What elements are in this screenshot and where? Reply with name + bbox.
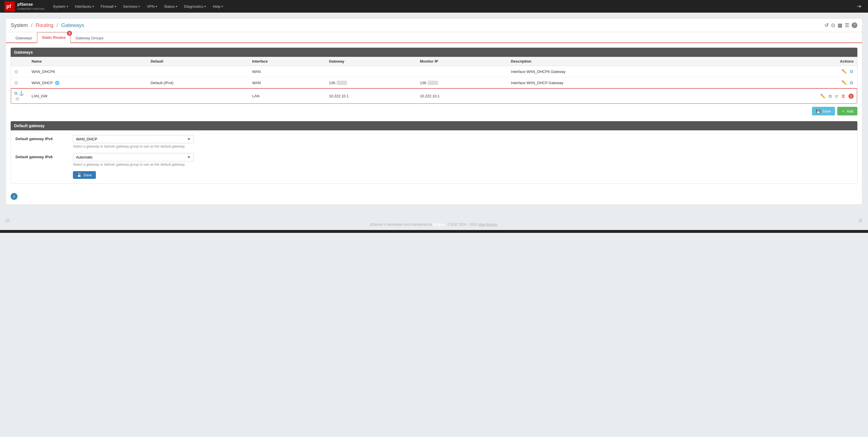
ipv4-label: Default gateway IPv4 xyxy=(16,135,73,141)
nav-services[interactable]: Services ▾ xyxy=(120,3,143,10)
row-actions: ✏️ ⧉ xyxy=(721,80,854,86)
row-actions-cell: ✏️ ⧉ ⊘ 🗑 1 xyxy=(718,88,857,104)
info-icon[interactable]: i xyxy=(11,193,18,200)
row-check-icon: ⊙ xyxy=(14,81,18,85)
default-gateway-header: Default gateway xyxy=(11,121,857,130)
delete-button[interactable]: 🗑 xyxy=(841,93,846,99)
row-name-cell: WAN_DHCP 🌐 xyxy=(28,77,147,88)
add-gateway-button[interactable]: ＋ Add xyxy=(837,107,857,116)
row-name-cell: LAN_GW xyxy=(28,88,147,104)
ipv6-hint: Select a gateway or failover gateway gro… xyxy=(73,162,193,166)
nav-help[interactable]: Help ▾ xyxy=(210,3,226,10)
main-panel: Gateways Name Default Interface Gateway … xyxy=(6,43,862,205)
tabs-container: Gateways Static Routes 2 Gateway Groups xyxy=(6,32,862,43)
tab-gateway-groups[interactable]: Gateway Groups xyxy=(71,33,108,43)
breadcrumb-routing[interactable]: Routing xyxy=(36,22,53,28)
drag-handle-icon[interactable]: ⧉ xyxy=(14,91,18,96)
row-interface-cell: WAN xyxy=(249,66,326,77)
footer-text: pfSense is developed and maintained by N… xyxy=(9,219,859,230)
breadcrumb-gateways: Gateways xyxy=(61,22,84,28)
nav-menu: System ▾ Interfaces ▾ Firewall ▾ Service… xyxy=(50,3,855,10)
table-header-row: Name Default Interface Gateway Monitor I… xyxy=(11,57,857,66)
help-icon[interactable]: ? xyxy=(851,22,857,28)
breadcrumb-sep2: / xyxy=(57,22,58,28)
row-actions-cell: ✏️ ⧉ xyxy=(718,66,857,77)
ipv4-select[interactable]: WAN_DHCP WAN_DHCP6 LAN_GW Automatic xyxy=(73,135,193,143)
breadcrumb-system: System xyxy=(11,22,28,28)
row-check-icon: ⊙ xyxy=(14,69,18,74)
row-default-cell xyxy=(147,88,249,104)
row-monitor-ip-cell: 10.222.10.1 xyxy=(416,88,507,104)
footer-left-icon[interactable]: ⊡ xyxy=(6,218,9,223)
edit-button[interactable]: ✏️ xyxy=(841,80,848,86)
table-row: ⊙ WAN_DHCP 🌐 Default (IPv4) WAN 136. 136… xyxy=(11,77,857,88)
row-interface-cell: WAN xyxy=(249,77,326,88)
logo-box: pf xyxy=(5,1,15,11)
row-badge: 1 xyxy=(848,94,854,99)
brand: pf pfSense COMMUNITY EDITION xyxy=(5,1,44,11)
row-check-icon: ⊙ xyxy=(16,96,19,101)
header-icons: ↺ ⊙ ▦ ☰ ? xyxy=(825,22,857,28)
ipv4-row: Default gateway IPv4 WAN_DHCP WAN_DHCP6 … xyxy=(16,135,852,149)
tab-static-routes[interactable]: Static Routes 2 xyxy=(37,32,71,43)
row-gateway-cell: 10.222.10.1 xyxy=(326,88,416,104)
nav-interfaces[interactable]: Interfaces ▾ xyxy=(72,3,97,10)
col-drag xyxy=(11,57,28,66)
nav-firewall[interactable]: Firewall ▾ xyxy=(98,3,119,10)
gateways-btn-row: 💾 Save ＋ Add xyxy=(11,107,857,116)
list-icon[interactable]: ☰ xyxy=(845,22,849,28)
row-drag-cell: ⊙ xyxy=(11,77,28,88)
row-name-cell: WAN_DHCP6 xyxy=(28,66,147,77)
footer-right-icon[interactable]: ⊡ xyxy=(859,218,862,223)
row-monitor-ip-cell: 136. xyxy=(416,77,507,88)
row-drag-cell: ⊙ xyxy=(11,66,28,77)
svg-text:pf: pf xyxy=(6,3,11,9)
nav-vpn[interactable]: VPN ▾ xyxy=(144,3,160,10)
edit-button[interactable]: ✏️ xyxy=(841,68,848,75)
footer-icons-row: ⊡ pfSense is developed and maintained by… xyxy=(0,211,868,230)
nav-diagnostics[interactable]: Diagnostics ▾ xyxy=(181,3,209,10)
row-drag-cell: ⧉ ⚓ ⊙ xyxy=(11,88,28,104)
nav-status[interactable]: Status ▾ xyxy=(161,3,180,10)
gateways-table: Name Default Interface Gateway Monitor I… xyxy=(11,57,857,104)
row-actions: ✏️ ⧉ xyxy=(721,68,854,75)
plus-icon: ＋ xyxy=(841,108,845,114)
row-drag-icons: ⧉ ⚓ xyxy=(14,91,25,96)
col-name: Name xyxy=(28,57,147,66)
logout-button[interactable]: ⇥ xyxy=(855,2,863,10)
col-gateway: Gateway xyxy=(326,57,416,66)
anchor-icon: ⚓ xyxy=(19,91,24,96)
save-default-gateway-button[interactable]: 💾 Save xyxy=(73,171,96,179)
save-icon: 💾 xyxy=(816,109,820,114)
edit-button[interactable]: ✏️ xyxy=(820,93,826,99)
view-license-link[interactable]: View license. xyxy=(478,222,498,226)
nav-system[interactable]: System ▾ xyxy=(50,3,71,10)
row-monitor-ip-cell xyxy=(416,66,507,77)
ipv6-control-wrap: Automatic WAN_DHCP6 LAN_GW Select a gate… xyxy=(73,153,852,166)
row-default-cell xyxy=(147,66,249,77)
globe-icon: 🌐 xyxy=(55,81,59,85)
row-description-cell: Interface WAN_DHCP Gateway xyxy=(507,77,718,88)
row-interface-cell: LAN xyxy=(249,88,326,104)
ipv6-select[interactable]: Automatic WAN_DHCP6 LAN_GW xyxy=(73,153,193,161)
ipv4-hint: Select a gateway or failover gateway gro… xyxy=(73,145,193,149)
save-icon2: 💾 xyxy=(77,173,82,177)
table-row: ⊙ WAN_DHCP6 WAN Interface WAN_DHCP6 Gate… xyxy=(11,66,857,77)
content-area: System / Routing / Gateways ↺ ⊙ ▦ ☰ ? Ga… xyxy=(0,12,868,211)
copy-button[interactable]: ⧉ xyxy=(828,93,832,99)
breadcrumb-sep1: / xyxy=(31,22,32,28)
default-gateway-form: Default gateway IPv4 WAN_DHCP WAN_DHCP6 … xyxy=(11,130,857,184)
copy-button[interactable]: ⧉ xyxy=(849,80,854,86)
navbar: pf pfSense COMMUNITY EDITION System ▾ In… xyxy=(0,0,868,12)
chart-icon[interactable]: ▦ xyxy=(838,22,842,28)
copy-button[interactable]: ⧉ xyxy=(849,68,854,75)
reload-icon[interactable]: ↺ xyxy=(825,22,829,28)
ipv4-control-wrap: WAN_DHCP WAN_DHCP6 LAN_GW Automatic Sele… xyxy=(73,135,852,149)
page-header: System / Routing / Gateways ↺ ⊙ ▦ ☰ ? xyxy=(6,19,862,32)
tab-gateways[interactable]: Gateways xyxy=(11,33,37,43)
record-icon[interactable]: ⊙ xyxy=(831,22,835,28)
save-gateways-button[interactable]: 💾 Save xyxy=(812,107,835,116)
footer: ⊡ pfSense is developed and maintained by… xyxy=(0,211,868,230)
row-description-cell: Interface WAN_DHCP6 Gateway xyxy=(507,66,718,77)
disable-button[interactable]: ⊘ xyxy=(834,93,839,99)
